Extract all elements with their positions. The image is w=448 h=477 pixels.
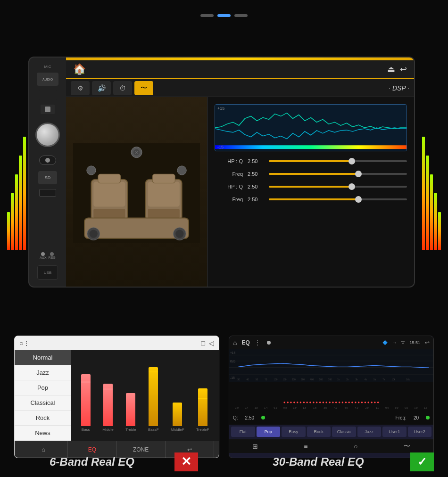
preset-rock[interactable]: Rock: [15, 411, 71, 426]
svg-text:30: 30: [237, 378, 240, 381]
eject-button[interactable]: ⏏: [387, 64, 395, 74]
svg-text:70: 70: [265, 378, 267, 381]
preset-user2[interactable]: User2: [408, 427, 432, 437]
main-screen: 🏠 ⏏ ↩ ⚙ 🔊 ⏱ 〜 · DSP ·: [66, 57, 415, 288]
preset-user1[interactable]: User1: [382, 427, 407, 437]
svg-rect-22: [229, 350, 433, 381]
eq-6band-body: Normal Jazz Pop Classical Rock News Bass: [15, 350, 219, 441]
eq30-back-icon[interactable]: ↩: [425, 339, 430, 346]
svg-text:700: 700: [328, 378, 332, 381]
bass-label: Bass: [82, 428, 90, 432]
eq30-home-icon[interactable]: ⌂: [233, 339, 237, 346]
middlef-bar-group: MiddleF: [171, 403, 184, 432]
tab-clock[interactable]: ⏱: [113, 81, 132, 95]
svg-text:500: 500: [319, 378, 323, 381]
svg-text:2k: 2k: [346, 378, 349, 381]
q-label: Q:: [233, 415, 238, 420]
eq30-time: 15:51: [409, 340, 420, 345]
treblef-label: TrebleF: [196, 428, 209, 432]
slider-1-track[interactable]: [269, 160, 407, 162]
svg-rect-10: [148, 209, 180, 218]
slider-4-value: 2.50: [248, 197, 264, 202]
svg-text:300: 300: [301, 378, 305, 381]
eq-30band-panel: ⌂ EQ ⋮ 🔷 ↔ ▽ 15:51 ↩ +15 0db -15: [229, 336, 434, 458]
svg-text:150: 150: [283, 378, 287, 381]
back-icon[interactable]: ◁: [209, 339, 214, 347]
aux-label: AUX: [40, 256, 46, 259]
svg-point-17: [175, 230, 183, 238]
svg-rect-21: [215, 145, 407, 149]
preset-jazz[interactable]: Jazz: [15, 365, 71, 380]
slider-row-1: HP : Q 2.50: [215, 158, 407, 164]
treblef-bar-group: TrebleF: [196, 388, 209, 432]
sd-button[interactable]: SD: [38, 171, 57, 184]
svg-text:-15: -15: [230, 376, 235, 379]
back-button[interactable]: ↩: [400, 64, 407, 74]
left-eq-visualizer: [7, 71, 26, 250]
menu-icon[interactable]: ⋮: [23, 339, 30, 347]
svg-text:1k: 1k: [337, 378, 340, 381]
page-indicator: [200, 14, 248, 17]
car-interior-display: [66, 97, 207, 288]
svg-point-15: [90, 230, 98, 238]
preset-classical[interactable]: Classical: [15, 395, 71, 411]
svg-text:200: 200: [292, 378, 296, 381]
preset-pop[interactable]: Pop: [15, 380, 71, 395]
eq30-title: EQ: [241, 339, 249, 346]
dot-3[interactable]: [234, 14, 248, 17]
audio-button[interactable]: AUDIO: [37, 73, 58, 86]
slider-2-track[interactable]: [269, 173, 407, 175]
preset-news[interactable]: News: [15, 426, 71, 441]
preset-jazz-30[interactable]: Jazz: [357, 427, 382, 437]
slider-1-type: HP : Q: [215, 158, 243, 164]
q-indicator: [261, 416, 265, 419]
eq-presets-list: Normal Jazz Pop Classical Rock News: [15, 350, 71, 441]
car-seat-svg: [73, 107, 200, 280]
preset-normal[interactable]: Normal: [15, 350, 71, 365]
svg-text:40: 40: [247, 378, 249, 381]
bassf-bar-group: BassF: [148, 367, 159, 432]
top-right-controls: ⏏ ↩: [387, 64, 407, 74]
preset-classic[interactable]: Classic: [332, 427, 356, 437]
svg-rect-11: [98, 174, 121, 183]
eq30-sliders-area: ●●●●●●●●●● ●●●●●●●●●● ●●●●●●●●●● 3.02.41…: [229, 382, 433, 411]
volume-knob[interactable]: [35, 123, 60, 147]
bottom-labels-row: 6-Band Real EQ ✕ 30-Band Real EQ ✓: [0, 449, 448, 475]
slider-4-track[interactable]: [269, 198, 407, 200]
slider-row-3: HP : Q 2.50: [215, 184, 407, 189]
middle-bar-group: Middle: [102, 384, 114, 432]
mic-label: MIC: [44, 65, 51, 69]
freq-label: Freq:: [396, 415, 407, 420]
slider-3-value: 2.50: [248, 184, 264, 189]
slider-1-value: 2.50: [248, 158, 264, 164]
dsp-right-panel: +15: [207, 97, 414, 288]
freq-indicator: [426, 416, 430, 419]
tab-equalizer[interactable]: ⚙: [71, 81, 90, 95]
treble-bar-group: Treble: [125, 393, 136, 432]
waveform-top-label: +15: [217, 106, 224, 111]
preset-pop-30[interactable]: Pop: [257, 427, 281, 437]
tab-bar: ⚙ 🔊 ⏱ 〜 · DSP ·: [66, 79, 414, 97]
slider-3-track[interactable]: [269, 186, 407, 188]
svg-rect-12: [152, 174, 175, 183]
dot-2[interactable]: [217, 14, 231, 17]
middlef-label: MiddleF: [171, 428, 184, 432]
band-30-label: 30-Band Real EQ: [273, 455, 364, 469]
eq30-header: ⌂ EQ ⋮ 🔷 ↔ ▽ 15:51 ↩: [229, 336, 433, 349]
result-check-icon: ✓: [410, 452, 434, 471]
svg-text:16k: 16k: [406, 378, 410, 381]
preset-rock-30[interactable]: Rock: [307, 427, 331, 437]
svg-text:400: 400: [310, 378, 314, 381]
slider-row-4: Freq 2.50: [215, 197, 407, 202]
tab-speaker[interactable]: 🔊: [92, 81, 111, 95]
home-button[interactable]: 🏠: [73, 63, 86, 75]
bass-bar-group: Bass: [81, 374, 91, 432]
preset-flat[interactable]: Flat: [231, 427, 255, 437]
eq30-menu-icon[interactable]: ⋮: [255, 339, 260, 346]
slider-row-2: Freq 2.50: [215, 171, 407, 177]
right-eq-visualizer: [422, 71, 441, 250]
middle-label: Middle: [102, 428, 114, 432]
preset-easy[interactable]: Easy: [282, 427, 306, 437]
tab-wave[interactable]: 〜: [134, 81, 153, 95]
dot-1[interactable]: [200, 14, 214, 17]
